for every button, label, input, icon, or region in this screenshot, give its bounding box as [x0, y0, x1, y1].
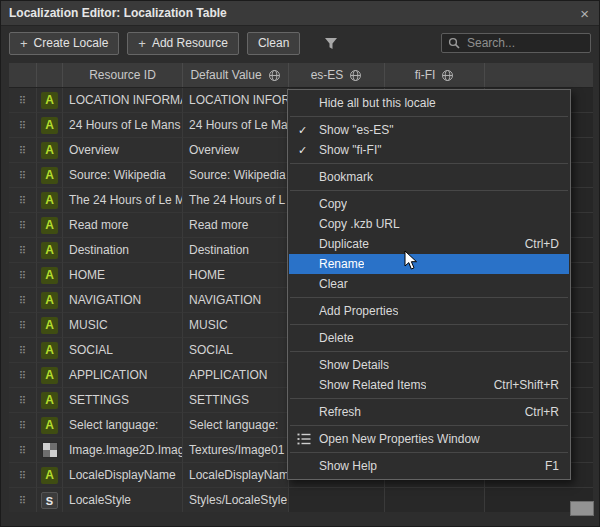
row-drag-handle[interactable]: ⠿ [9, 188, 37, 213]
clean-button[interactable]: Clean [247, 32, 300, 55]
row-drag-handle[interactable]: ⠿ [9, 413, 37, 438]
default-value-cell[interactable]: 24 Hours of Le Ma [183, 113, 289, 138]
menu-item-show-details[interactable]: Show Details [289, 355, 569, 375]
resource-id-cell[interactable]: 24 Hours of Le Mans [63, 113, 183, 138]
menu-item-shortcut: Ctrl+R [501, 405, 559, 419]
row-drag-handle[interactable]: ⠿ [9, 163, 37, 188]
row-drag-handle[interactable]: ⠿ [9, 113, 37, 138]
column-header-es-es[interactable]: es-ES [289, 63, 385, 87]
menu-item-show-es-es[interactable]: ✓Show "es-ES" [289, 120, 569, 140]
resource-id-cell[interactable]: SOCIAL [63, 338, 183, 363]
resource-id-cell[interactable]: APPLICATION [63, 363, 183, 388]
menu-item-delete[interactable]: Delete [289, 328, 569, 348]
search-icon [448, 37, 460, 49]
default-value-cell[interactable]: APPLICATION [183, 363, 289, 388]
default-value-cell[interactable]: Overview [183, 138, 289, 163]
default-value-cell[interactable]: HOME [183, 263, 289, 288]
create-locale-button[interactable]: + Create Locale [9, 32, 119, 55]
es-es-cell[interactable] [289, 488, 385, 512]
resource-id-cell[interactable]: The 24 Hours of Le M [63, 188, 183, 213]
fi-fi-cell[interactable] [385, 488, 485, 512]
menu-item-show-related-items[interactable]: Show Related ItemsCtrl+Shift+R [289, 375, 569, 395]
default-value-cell[interactable]: Textures/Image01 [183, 438, 289, 463]
grip-icon: ⠿ [19, 170, 26, 181]
default-value-cell[interactable]: Destination [183, 238, 289, 263]
row-drag-handle[interactable]: ⠿ [9, 363, 37, 388]
row-drag-handle[interactable]: ⠿ [9, 138, 37, 163]
resource-id-cell[interactable]: Image.Image2D.Imag [63, 438, 183, 463]
default-value-cell[interactable]: Styles/LocaleStyle [183, 488, 289, 512]
default-value-cell[interactable]: Read more [183, 213, 289, 238]
row-type-icon-cell: A [37, 313, 63, 338]
resource-id-cell[interactable]: Read more [63, 213, 183, 238]
menu-item-duplicate[interactable]: DuplicateCtrl+D [289, 234, 569, 254]
default-value-cell[interactable]: NAVIGATION [183, 288, 289, 313]
resource-id-cell[interactable]: Source: Wikipedia [63, 163, 183, 188]
filter-button[interactable] [324, 37, 338, 50]
text-resource-icon: A [41, 117, 58, 134]
menu-item-hide-all-but-this-locale[interactable]: Hide all but this locale [289, 93, 569, 113]
menu-item-shortcut: Ctrl+Shift+R [470, 378, 559, 392]
menu-item-clear[interactable]: Clear [289, 274, 569, 294]
menu-item-label: Show "es-ES" [319, 123, 394, 137]
menu-item-show-fi-fi[interactable]: ✓Show "fi-FI" [289, 140, 569, 160]
resource-id-cell[interactable]: Overview [63, 138, 183, 163]
menu-item-refresh[interactable]: RefreshCtrl+R [289, 402, 569, 422]
default-value-cell[interactable]: LocaleDisplayNam [183, 463, 289, 488]
row-type-icon-cell: A [37, 388, 63, 413]
menu-item-add-properties[interactable]: Add Properties [289, 301, 569, 321]
row-drag-handle[interactable]: ⠿ [9, 338, 37, 363]
resource-id-cell[interactable]: HOME [63, 263, 183, 288]
resource-id-cell[interactable]: SETTINGS [63, 388, 183, 413]
grip-icon: ⠿ [19, 120, 26, 131]
resource-id-cell[interactable]: NAVIGATION [63, 288, 183, 313]
default-value-cell[interactable]: LOCATION INFOR [183, 88, 289, 113]
row-drag-handle[interactable]: ⠿ [9, 463, 37, 488]
resource-id-cell[interactable]: LOCATION INFORMAT [63, 88, 183, 113]
menu-item-label: Rename [319, 257, 364, 271]
menu-item-rename[interactable]: Rename [289, 254, 569, 274]
menu-item-copy[interactable]: Copy [289, 194, 569, 214]
menu-item-bookmark[interactable]: Bookmark [289, 167, 569, 187]
resource-id-cell[interactable]: Select language: [63, 413, 183, 438]
column-header-fi-fi[interactable]: fi-FI [385, 63, 485, 87]
default-value-cell[interactable]: MUSIC [183, 313, 289, 338]
add-resource-button[interactable]: + Add Resource [127, 32, 239, 55]
row-drag-handle[interactable]: ⠿ [9, 488, 37, 512]
resource-id-cell[interactable]: MUSIC [63, 313, 183, 338]
search-input[interactable] [465, 35, 584, 51]
locale-globe-icon [268, 69, 281, 82]
row-drag-handle[interactable]: ⠿ [9, 213, 37, 238]
row-drag-handle[interactable]: ⠿ [9, 238, 37, 263]
row-type-icon-cell: A [37, 138, 63, 163]
column-header-default-value[interactable]: Default Value [183, 63, 289, 87]
menu-item-show-help[interactable]: Show HelpF1 [289, 456, 569, 476]
close-icon[interactable]: × [578, 6, 591, 21]
menu-item-copy-kzb-url[interactable]: Copy .kzb URL [289, 214, 569, 234]
scrollbar-thumb[interactable] [570, 501, 594, 516]
default-value-cell[interactable]: The 24 Hours of L [183, 188, 289, 213]
search-box[interactable] [441, 33, 591, 53]
resource-id-cell[interactable]: Destination [63, 238, 183, 263]
table-row[interactable]: ⠿SLocaleStyleStyles/LocaleStyle [9, 488, 593, 512]
row-drag-handle[interactable]: ⠿ [9, 438, 37, 463]
default-value-cell[interactable]: SETTINGS [183, 388, 289, 413]
grip-icon: ⠿ [19, 270, 26, 281]
text-resource-icon: A [41, 467, 58, 484]
text-resource-icon: A [41, 267, 58, 284]
row-drag-handle[interactable]: ⠿ [9, 288, 37, 313]
row-drag-handle[interactable]: ⠿ [9, 313, 37, 338]
row-type-icon-cell: A [37, 213, 63, 238]
resource-id-cell[interactable]: LocaleStyle [63, 488, 183, 512]
row-drag-handle[interactable]: ⠿ [9, 88, 37, 113]
default-value-cell[interactable]: SOCIAL [183, 338, 289, 363]
resource-id-cell[interactable]: LocaleDisplayName [63, 463, 183, 488]
column-header-resource-id[interactable]: Resource ID [63, 63, 183, 87]
row-drag-handle[interactable]: ⠿ [9, 263, 37, 288]
row-type-icon-cell: A [37, 463, 63, 488]
menu-item-open-new-properties-window[interactable]: Open New Properties Window [289, 429, 569, 449]
grip-icon: ⠿ [19, 245, 26, 256]
row-drag-handle[interactable]: ⠿ [9, 388, 37, 413]
default-value-cell[interactable]: Source: Wikipedia [183, 163, 289, 188]
default-value-cell[interactable]: Select language: [183, 413, 289, 438]
